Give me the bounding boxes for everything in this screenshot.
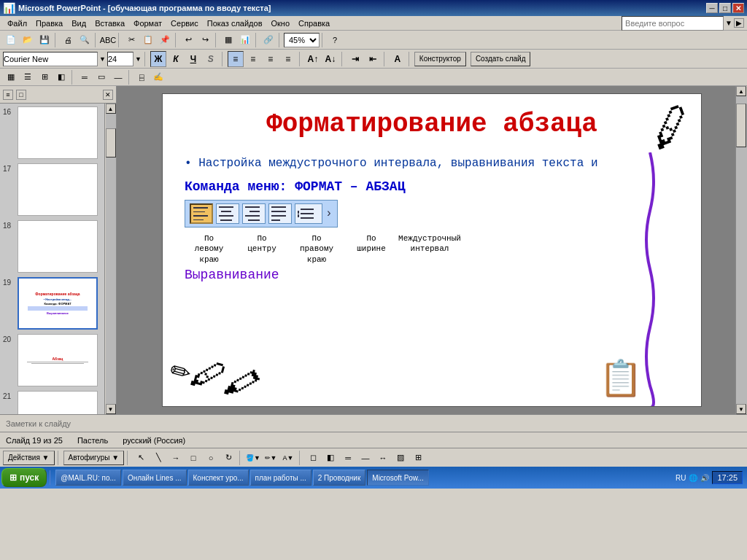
select-tool[interactable]: ↖ — [133, 450, 149, 466]
slide-img-19[interactable]: Форматирование абзаца • Настройка межд..… — [18, 277, 98, 330]
align-right-button[interactable]: ≡ — [263, 51, 279, 67]
fill-color-btn[interactable]: 🪣▼ — [245, 450, 261, 466]
actions-button[interactable]: Действия ▼ — [3, 451, 55, 465]
draw-group-btn[interactable]: ▨ — [392, 450, 409, 466]
align-left-icon[interactable] — [190, 203, 213, 224]
start-button[interactable]: ⊞ пуск — [1, 468, 47, 487]
tb3-btn8[interactable]: ⌸ — [133, 69, 150, 85]
taskbar-item-konspekt[interactable]: Конспект уро... — [188, 470, 249, 486]
taskbar-item-mail[interactable]: @MAIL.RU: по... — [55, 470, 121, 486]
create-slide-button[interactable]: Создать слайд — [471, 52, 531, 66]
insert-chart-button[interactable]: 📊 — [237, 32, 253, 48]
menu-view[interactable]: Вид — [67, 18, 90, 29]
content-scroll-thumb[interactable] — [736, 104, 746, 147]
italic-button[interactable]: К — [168, 51, 184, 67]
menu-service[interactable]: Сервис — [166, 18, 203, 29]
shadow-button[interactable]: S — [203, 51, 219, 67]
slide-img-18[interactable] — [18, 220, 98, 273]
copy-button[interactable]: 📋 — [140, 32, 156, 48]
increase-font-button[interactable]: A↑ — [305, 51, 321, 67]
redo-button[interactable]: ↪ — [197, 32, 213, 48]
draw-align-btn[interactable]: ⊞ — [410, 450, 426, 466]
taskbar-item-plan[interactable]: план работы ... — [250, 470, 311, 486]
tb3-btn3[interactable]: ⊞ — [36, 69, 53, 85]
tb3-btn5[interactable]: ═ — [77, 69, 93, 85]
align-center-button[interactable]: ≡ — [245, 51, 261, 67]
slide-thumb-16[interactable]: 16 — [3, 106, 101, 159]
help-go-icon[interactable]: ▶ — [734, 18, 744, 28]
panel-icon2[interactable]: □ — [16, 90, 26, 100]
autofigures-button[interactable]: Автофигуры ▼ — [63, 451, 125, 465]
tb3-btn1[interactable]: ▦ — [3, 69, 19, 85]
cut-button[interactable]: ✂ — [123, 32, 139, 48]
save-button[interactable]: 💾 — [36, 32, 53, 48]
font-input[interactable] — [3, 52, 98, 66]
indent-less-button[interactable]: ⇤ — [365, 51, 381, 67]
shadow-style-btn[interactable]: ◻ — [305, 450, 321, 466]
slide-img-16[interactable] — [18, 106, 98, 159]
3d-btn[interactable]: ◧ — [322, 450, 338, 466]
menu-file[interactable]: Файл — [3, 18, 31, 29]
arrow-tool[interactable]: → — [168, 450, 184, 466]
rect-tool[interactable]: □ — [185, 450, 201, 466]
tb3-btn4[interactable]: ◧ — [53, 69, 69, 85]
font-color-button[interactable]: A — [390, 51, 406, 67]
arrow-right-icon[interactable]: › — [325, 203, 333, 224]
menu-help[interactable]: Справка — [294, 18, 334, 29]
slide-thumb-21[interactable]: 21 — [3, 391, 101, 414]
content-scroll-track[interactable] — [736, 96, 747, 404]
scroll-track[interactable] — [106, 114, 116, 404]
taskbar-item-powerpoint[interactable]: Microsoft Pow... — [367, 470, 429, 486]
content-scroll-down[interactable]: ▼ — [736, 404, 746, 414]
help-input[interactable] — [622, 16, 724, 31]
slide-img-21[interactable] — [18, 391, 98, 414]
content-scrollbar[interactable]: ▲ ▼ — [735, 86, 747, 414]
preview-button[interactable]: 🔍 — [77, 32, 93, 48]
draw-dashes-btn[interactable]: — — [357, 450, 374, 466]
decrease-font-button[interactable]: A↓ — [322, 51, 338, 67]
maximize-button[interactable]: □ — [719, 3, 731, 13]
draw-arrows-btn[interactable]: ↔ — [375, 450, 391, 466]
scroll-up-arrow[interactable]: ▲ — [106, 104, 116, 114]
menu-format[interactable]: Формат — [129, 18, 166, 29]
open-button[interactable]: 📂 — [20, 32, 36, 48]
fontsize-input[interactable] — [107, 52, 133, 66]
scroll-down-arrow[interactable]: ▼ — [106, 404, 116, 414]
taskbar-item-provodnik[interactable]: 2 Проводник — [313, 470, 366, 486]
scroll-thumb[interactable] — [106, 128, 116, 158]
undo-button[interactable]: ↩ — [180, 32, 196, 48]
slide-thumb-18[interactable]: 18 — [3, 220, 101, 273]
align-right-icon[interactable] — [242, 203, 266, 224]
menu-window[interactable]: Окно — [267, 18, 295, 29]
align-center-icon[interactable] — [216, 203, 239, 224]
close-button[interactable]: ✕ — [732, 3, 744, 13]
panel-icon1[interactable]: ≡ — [3, 90, 13, 100]
content-scroll-up[interactable]: ▲ — [736, 86, 746, 96]
paste-button[interactable]: 📌 — [157, 32, 173, 48]
rotate-tool[interactable]: ↻ — [220, 450, 236, 466]
slide-thumb-17[interactable]: 17 — [3, 163, 101, 216]
bold-button[interactable]: Ж — [150, 51, 166, 67]
slide-thumb-20[interactable]: 20 Абзац — [3, 334, 101, 386]
konstruktor-button[interactable]: Конструктор — [414, 52, 466, 66]
menu-edit[interactable]: Правка — [31, 18, 67, 29]
slide-img-20[interactable]: Абзац — [18, 334, 98, 386]
panel-scrollbar[interactable]: ▲ ▼ — [104, 104, 116, 414]
align-justify-button[interactable]: ≡ — [280, 51, 296, 67]
help-button[interactable]: ? — [327, 32, 343, 48]
print-button[interactable]: 🖨 — [60, 32, 76, 48]
align-left-button[interactable]: ≡ — [228, 51, 244, 67]
panel-close-button[interactable]: ✕ — [103, 90, 113, 100]
font-color-draw-btn[interactable]: A▼ — [280, 450, 296, 466]
tb3-btn9[interactable]: ✍ — [150, 69, 166, 85]
tb3-btn2[interactable]: ☰ — [20, 69, 36, 85]
underline-button[interactable]: Ч — [185, 51, 201, 67]
line-color-btn[interactable]: ✏▼ — [263, 450, 279, 466]
ellipse-tool[interactable]: ○ — [203, 450, 219, 466]
tb3-btn6[interactable]: ▭ — [93, 69, 109, 85]
insert-table-button[interactable]: ▦ — [220, 32, 236, 48]
draw-lines-btn[interactable]: ═ — [340, 450, 356, 466]
align-justify-icon[interactable] — [268, 203, 292, 224]
spell-button[interactable]: ABC — [100, 32, 116, 48]
size-dropdown-icon[interactable]: ▼ — [135, 55, 142, 63]
